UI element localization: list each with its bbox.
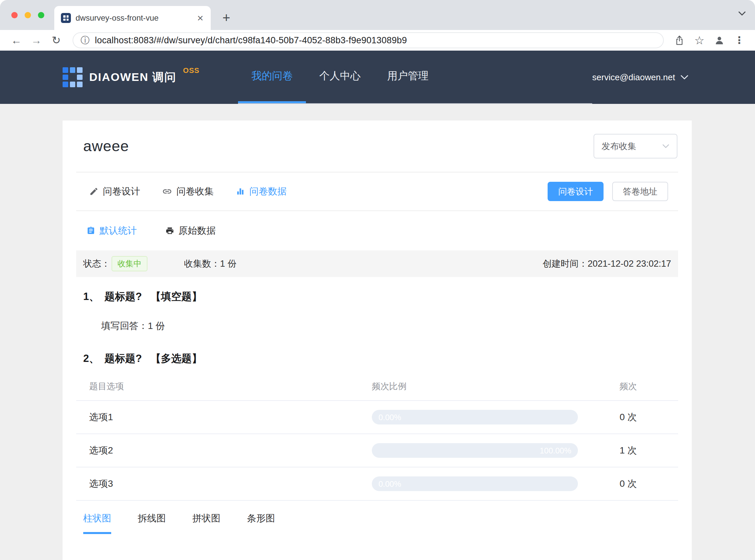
zoom-window-button[interactable] [38,12,44,18]
url-text: localhost:8083/#/dw/survey/d/chart/c98fa… [95,35,407,46]
main-nav: 我的问卷 个人中心 用户管理 [238,51,592,104]
nav-item-personal-center[interactable]: 个人中心 [306,51,374,103]
tab-label: 问卷数据 [249,185,287,198]
survey-tabs-section: 问卷设计 问卷收集 问卷数据 问卷设计 答卷地址 [76,173,678,211]
collect-count-label: 收集数： [184,258,220,270]
new-tab-button[interactable]: + [217,9,236,27]
question-index: 1、 [83,289,99,304]
question-1-answer-line: 填写回答：1 份 [101,320,671,332]
chart-tab-hbar[interactable]: 条形图 [247,505,275,534]
tab-survey-collect[interactable]: 问卷收集 [162,185,214,198]
question-2-heading: 2、 题标题? 【多选题】 [83,352,671,365]
status-label: 状态： [83,258,110,270]
collect-count: 1 份 [220,258,237,270]
reload-button[interactable]: ↻ [48,35,65,46]
clipboard-icon [86,226,95,235]
option-label: 选项2 [89,444,372,457]
forward-button[interactable]: → [28,35,45,46]
table-header: 题目选项 频次比例 频次 [76,372,678,401]
app-header: DIAOWEN 调问 OSS 我的问卷 个人中心 用户管理 service@di… [0,51,755,104]
chevron-down-icon [680,75,689,80]
answer-address-button[interactable]: 答卷地址 [612,182,668,201]
progress-track: 0.00% [372,476,578,491]
answer-label: 填写回答： [101,321,148,331]
tab-close-icon[interactable]: × [196,13,205,23]
freq-count: 1 次 [619,444,636,457]
browser-menu-icon[interactable]: ⋮ [732,35,747,45]
select-value: 发布收集 [601,140,636,152]
chart-tab-pie[interactable]: 拼状图 [192,505,220,534]
chart-tab-bar[interactable]: 柱状图 [83,505,111,534]
chevron-down-icon [662,144,670,148]
oss-badge: OSS [183,66,199,75]
title-section: aweee 发布收集 [76,121,678,173]
progress-track: 100.00% [372,443,578,458]
col-ratio-header: 频次比例 [372,381,578,392]
minimize-window-button[interactable] [25,12,31,18]
page-background: aweee 发布收集 问卷设计 问卷收集 [0,104,755,560]
printer-icon [165,226,174,235]
browser-toolbar: ← → ↻ ⓘ localhost:8083/#/dw/survey/d/cha… [0,30,755,51]
profile-avatar-icon[interactable] [712,35,727,46]
tab-overflow-chevron-icon[interactable] [738,11,746,16]
account-email: service@diaowen.net [592,72,675,83]
subtab-label: 默认统计 [100,224,137,237]
question-1-heading: 1、 题标题? 【填空题】 [83,289,671,304]
tab-survey-design[interactable]: 问卷设计 [89,185,140,198]
publish-collect-select[interactable]: 发布收集 [594,134,677,159]
tab-label: 问卷收集 [177,185,214,198]
url-bar[interactable]: ⓘ localhost:8083/#/dw/survey/d/chart/c98… [73,32,664,48]
question-index: 2、 [83,352,99,365]
pencil-icon [89,187,99,196]
browser-tab[interactable]: dwsurvey-oss-front-vue × [54,6,211,30]
freq-count: 0 次 [619,477,636,490]
window-controls [11,12,44,18]
tab-survey-data[interactable]: 问卷数据 [236,185,287,198]
link-icon [162,186,172,196]
favicon [61,13,71,23]
tab-label: 问卷设计 [103,185,140,198]
nav-item-user-management[interactable]: 用户管理 [374,51,442,103]
survey-title: aweee [83,138,129,155]
stats-table: 题目选项 频次比例 频次 选项1 0.00% 0 次 选项2 [76,372,678,501]
freq-count: 0 次 [619,411,636,423]
table-row: 选项3 0.00% 0 次 [76,467,678,501]
bookmark-star-icon[interactable]: ☆ [692,35,707,46]
option-label: 选项1 [89,411,372,423]
diaowen-logo-icon [63,67,83,87]
table-row: 选项2 100.00% 1 次 [76,434,678,467]
stats-subtabs: 默认统计 原始数据 [76,211,678,251]
question-type: 【填空题】 [150,289,202,304]
table-row: 选项1 0.00% 0 次 [76,401,678,434]
question-type: 【多选题】 [150,352,202,365]
question-title: 题标题? [104,289,142,304]
col-freq-header: 频次 [619,381,637,392]
action-buttons: 问卷设计 答卷地址 [548,182,668,201]
site-info-icon[interactable]: ⓘ [81,34,89,46]
back-button[interactable]: ← [8,35,25,46]
subtab-default-stats[interactable]: 默认统计 [86,224,137,237]
toolbar-right-icons: ☆ ⋮ [672,35,747,46]
subtab-raw-data[interactable]: 原始数据 [165,224,216,237]
brand-name: DIAOWEN 调问 [89,69,177,85]
nav-item-my-surveys[interactable]: 我的问卷 [238,51,306,103]
created-time: 2021-12-02 23:02:17 [588,259,671,269]
option-label: 选项3 [89,477,372,490]
status-bar: 状态： 收集中 收集数： 1 份 创建时间： 2021-12-02 23:02:… [76,251,678,277]
created-time-label: 创建时间： [543,258,588,270]
status-badge: 收集中 [111,256,147,271]
chart-type-tabs: 柱状图 拆线图 拼状图 条形图 [76,505,678,534]
survey-design-button[interactable]: 问卷设计 [548,182,604,201]
bar-chart-icon [236,187,245,196]
account-menu[interactable]: service@diaowen.net [592,51,689,104]
progress-label: 100.00% [539,443,571,458]
close-window-button[interactable] [11,12,18,18]
browser-window: dwsurvey-oss-front-vue × + ← → ↻ ⓘ local… [0,0,755,560]
share-icon[interactable] [672,35,687,46]
question-title: 题标题? [104,352,142,365]
survey-card: aweee 发布收集 问卷设计 问卷收集 [63,121,692,560]
chart-tab-line[interactable]: 拆线图 [138,505,166,534]
col-option-header: 题目选项 [89,381,372,392]
tab-title: dwsurvey-oss-front-vue [76,13,191,23]
progress-label: 0.00% [379,476,401,491]
